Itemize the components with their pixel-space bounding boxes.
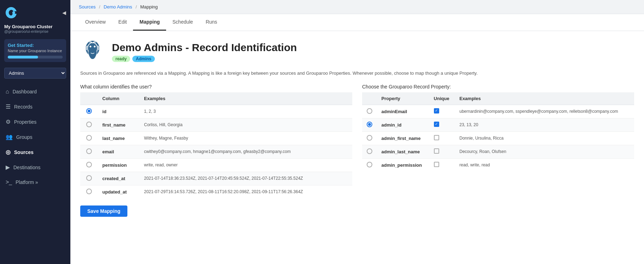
right-radio-cell[interactable]: [362, 118, 377, 131]
checkbox-checked[interactable]: ✓: [434, 108, 439, 113]
right-radio-cell[interactable]: [362, 105, 377, 118]
mapping-layout: What column identifies the user? Column …: [80, 80, 634, 198]
left-examples-cell: write, read, owner: [140, 158, 352, 172]
breadcrumb-demo-admins[interactable]: Demo Admins: [104, 4, 132, 10]
sidebar-item-label: Properties: [14, 119, 37, 125]
tab-runs[interactable]: Runs: [199, 14, 223, 31]
right-unique-cell[interactable]: ✓: [430, 105, 455, 118]
table-row: admin_last_nameDecourcy, Roan, Olufsen: [362, 145, 634, 158]
left-radio-cell[interactable]: [80, 185, 98, 198]
radio-empty[interactable]: [86, 122, 92, 127]
properties-icon: ⚙: [6, 118, 11, 125]
table-row: adminEmail✓ubernardinin@company.com, ssp…: [362, 105, 634, 118]
progress-bar-fill: [8, 56, 38, 59]
radio-selected[interactable]: [367, 122, 372, 127]
right-property-cell: admin_id: [377, 118, 430, 131]
sidebar-item-sources[interactable]: ◎ Sources: [0, 145, 70, 160]
tab-schedule[interactable]: Schedule: [166, 14, 199, 31]
tab-mapping[interactable]: Mapping: [133, 14, 166, 31]
sidebar-item-platform[interactable]: >_ Platform »: [0, 175, 70, 190]
collapse-sidebar-button[interactable]: ◀: [62, 10, 66, 16]
sidebar-header: ◀: [0, 0, 70, 23]
right-examples-cell: read, write, read: [455, 158, 634, 172]
left-panel: What column identifies the user? Column …: [80, 80, 352, 198]
radio-empty[interactable]: [367, 148, 372, 154]
sidebar-item-label: Destinations: [13, 165, 40, 170]
title-row: Demo Admins - Record Identification read…: [80, 39, 634, 64]
left-radio-cell[interactable]: [80, 105, 98, 118]
dashboard-icon: ⌂: [6, 88, 9, 95]
radio-empty[interactable]: [367, 108, 372, 114]
right-th-examples: Examples: [455, 92, 634, 105]
sidebar-item-label: Dashboard: [13, 89, 37, 94]
table-row: admin_id✓23, 13, 20: [362, 118, 634, 131]
right-th-unique: Unique: [430, 92, 455, 105]
get-started-title: Get Started:: [8, 43, 63, 48]
left-column-cell: updated_at: [98, 185, 140, 198]
badges: ready Admins: [112, 56, 297, 62]
right-unique-cell[interactable]: [430, 158, 455, 172]
left-radio-cell[interactable]: [80, 118, 98, 131]
radio-empty[interactable]: [86, 189, 92, 194]
radio-empty[interactable]: [86, 175, 92, 181]
sidebar-item-dashboard[interactable]: ⌂ Dashboard: [0, 84, 70, 99]
records-icon: ☰: [6, 103, 11, 110]
left-th-column: Column: [98, 92, 140, 105]
cluster-info: My Grouparoo Cluster @grouparoo/ui-enter…: [0, 23, 70, 36]
left-column-cell: first_name: [98, 118, 140, 131]
left-table: Column Examples id1, 2, 3first_nameCorli…: [80, 92, 352, 198]
left-radio-cell[interactable]: [80, 131, 98, 145]
title-text-wrap: Demo Admins - Record Identification read…: [112, 42, 297, 62]
breadcrumb-current: Mapping: [140, 4, 158, 10]
sidebar-item-records[interactable]: ☰ Records: [0, 99, 70, 114]
sources-icon: ◎: [6, 149, 11, 155]
breadcrumb-sources[interactable]: Sources: [79, 4, 96, 10]
right-examples-cell: Decourcy, Roan, Olufsen: [455, 145, 634, 158]
right-property-cell: admin_permission: [377, 158, 430, 172]
right-radio-cell[interactable]: [362, 145, 377, 158]
checkbox-empty[interactable]: [434, 135, 439, 140]
right-radio-cell[interactable]: [362, 131, 377, 145]
checkbox-empty[interactable]: [434, 148, 439, 154]
sidebar-item-properties[interactable]: ⚙ Properties: [0, 114, 70, 129]
right-radio-cell[interactable]: [362, 158, 377, 172]
right-question: Choose the Grouparoo Record Property:: [362, 84, 634, 90]
save-mapping-button[interactable]: Save Mapping: [80, 205, 127, 217]
checkbox-checked[interactable]: ✓: [434, 122, 439, 127]
right-unique-cell[interactable]: [430, 131, 455, 145]
radio-empty[interactable]: [367, 162, 372, 167]
left-column-cell: permission: [98, 158, 140, 172]
right-unique-cell[interactable]: [430, 145, 455, 158]
svg-point-0: [12, 11, 15, 14]
table-row: created_at2021-07-14T18:36:23.524Z, 2021…: [80, 172, 352, 185]
admins-select-wrap: Admins: [4, 68, 66, 79]
left-examples-cell: 2021-07-29T16:14:53.726Z, 2021-08-11T16:…: [140, 185, 352, 198]
breadcrumb-sep1: /: [99, 4, 100, 10]
right-examples-cell: 23, 13, 20: [455, 118, 634, 131]
radio-selected[interactable]: [86, 108, 92, 114]
badge-admins: Admins: [132, 56, 155, 62]
radio-empty[interactable]: [367, 135, 372, 141]
breadcrumb-sep2: /: [135, 4, 137, 10]
left-radio-cell[interactable]: [80, 158, 98, 172]
radio-empty[interactable]: [86, 148, 92, 154]
groups-icon: 👥: [6, 134, 13, 140]
radio-empty[interactable]: [86, 162, 92, 167]
destinations-icon: ▶: [6, 164, 10, 171]
sidebar-item-destinations[interactable]: ▶ Destinations: [0, 160, 70, 175]
checkbox-empty[interactable]: [434, 162, 439, 167]
left-radio-cell[interactable]: [80, 172, 98, 185]
cluster-sub: @grouparoo/ui-enterprise: [4, 29, 66, 33]
breadcrumb: Sources / Demo Admins / Mapping: [70, 0, 644, 14]
table-row: id1, 2, 3: [80, 105, 352, 118]
radio-empty[interactable]: [86, 135, 92, 141]
tab-edit[interactable]: Edit: [112, 14, 133, 31]
tab-overview[interactable]: Overview: [79, 14, 112, 31]
left-radio-cell[interactable]: [80, 145, 98, 158]
right-th-radio: [362, 92, 377, 105]
sidebar-item-label: Platform »: [15, 179, 38, 185]
sidebar-item-groups[interactable]: 👥 Groups: [0, 129, 70, 145]
left-examples-cell: cwithey0@company.com, hmagne1@company.co…: [140, 145, 352, 158]
right-unique-cell[interactable]: ✓: [430, 118, 455, 131]
admins-select[interactable]: Admins: [4, 68, 66, 79]
